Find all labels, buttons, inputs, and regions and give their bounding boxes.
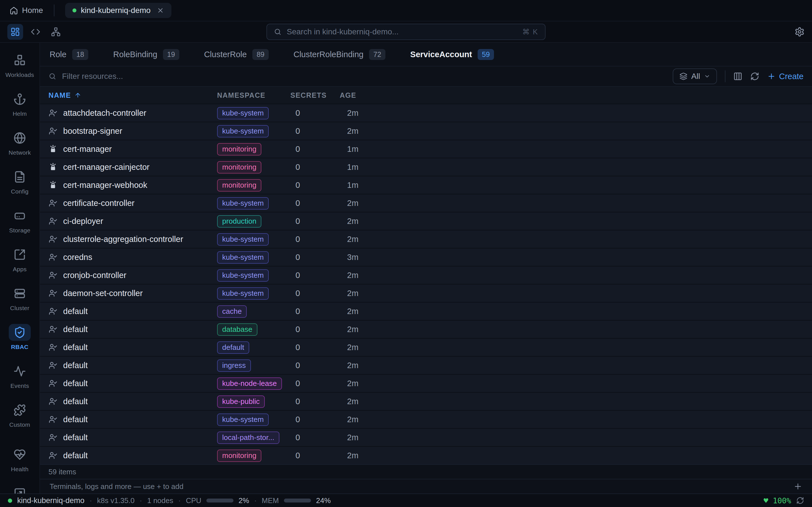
tab-clusterrolebinding[interactable]: ClusterRoleBinding72 (294, 49, 386, 60)
table-row[interactable]: cert-managermonitoring01m (40, 140, 812, 158)
table-row[interactable]: defaultkube-public02m (40, 393, 812, 411)
namespace-cell: database (217, 325, 290, 334)
table-row[interactable]: cert-manager-webhookmonitoring01m (40, 176, 812, 194)
row-name: default (63, 415, 88, 424)
secrets-value: 0 (290, 180, 340, 190)
user-check-icon (49, 289, 57, 298)
filter-input-wrap[interactable] (49, 72, 673, 81)
name-cell: default (40, 361, 217, 370)
sidebar-item-events[interactable]: Events (9, 363, 31, 389)
user-check-icon (49, 307, 57, 316)
namespace-scope-button[interactable]: All (673, 68, 717, 84)
age-value: 2m (340, 235, 812, 244)
home-button[interactable]: Home (10, 6, 43, 15)
tab-rolebinding[interactable]: RoleBinding19 (113, 49, 179, 60)
global-search[interactable]: ⌘ K (266, 24, 546, 40)
table-row[interactable]: certificate-controllerkube-system02m (40, 194, 812, 212)
table-row[interactable]: defaultmonitoring02m (40, 447, 812, 464)
filter-input[interactable] (62, 72, 673, 81)
settings-button[interactable] (795, 27, 805, 37)
global-search-input[interactable] (287, 27, 517, 36)
sync-icon[interactable] (796, 497, 804, 504)
row-name: cert-manager (63, 145, 112, 154)
create-button[interactable]: Create (767, 72, 804, 81)
secrets-value: 0 (290, 217, 340, 226)
tab-clusterrole[interactable]: ClusterRole89 (204, 49, 269, 60)
namespace-badge: production (217, 215, 261, 228)
sidebar-item-custom[interactable]: Custom (9, 402, 31, 428)
name-cell: cert-manager-cainjector (40, 163, 217, 172)
cluster-tab[interactable]: kind-kuberniq-demo (65, 3, 171, 18)
table-row[interactable]: defaultingress02m (40, 356, 812, 375)
age-value: 2m (340, 289, 812, 298)
tab-serviceaccount[interactable]: ServiceAccount59 (410, 49, 494, 60)
cpu-label: CPU (186, 496, 201, 505)
sidebar-item-storage[interactable]: Storage (9, 207, 31, 234)
sidebar-item-label: Helm (13, 110, 27, 117)
age-value: 2m (340, 271, 812, 280)
table-row[interactable]: clusterrole-aggregation-controllerkube-s… (40, 230, 812, 248)
items-count: 59 items (40, 464, 812, 479)
sidebar-item-apps[interactable]: Apps (9, 246, 31, 273)
column-header-secrets[interactable]: SECRETS (290, 91, 340, 100)
namespace-cell: monitoring (217, 451, 290, 460)
table-row[interactable]: daemon-set-controllerkube-system02m (40, 284, 812, 302)
table-row[interactable]: attachdetach-controllerkube-system02m (40, 104, 812, 122)
table-row[interactable]: defaultlocal-path-stor...02m (40, 429, 812, 447)
refresh-button[interactable] (750, 72, 759, 81)
table-row[interactable]: ci-deployerproduction02m (40, 212, 812, 230)
name-cell: coredns (40, 252, 217, 262)
mem-gauge (284, 499, 311, 503)
sidebar-item-health[interactable]: Health (9, 446, 31, 473)
sidebar-item-scaler[interactable]: Scaler (9, 485, 31, 494)
tab-count-badge: 18 (72, 49, 89, 60)
heart-pulse-icon (13, 448, 26, 461)
app-window: Home kind-kuberniq-demo ⌘ K WorkloadsH (0, 0, 812, 507)
table-row[interactable]: cert-manager-cainjectormonitoring01m (40, 158, 812, 176)
boxes-icon (13, 54, 26, 66)
age-value: 2m (340, 108, 812, 118)
sidebar-item-config[interactable]: Config (9, 168, 31, 195)
namespace-badge: kube-node-lease (217, 378, 282, 390)
sidebar-item-cluster[interactable]: Cluster (9, 285, 31, 312)
column-header-name[interactable]: NAME (40, 91, 217, 100)
row-name: cronjob-controller (63, 271, 126, 280)
namespace-cell: kube-system (217, 199, 290, 208)
table-header: NAME NAMESPACE SECRETS AGE (40, 87, 812, 104)
table-row[interactable]: defaultcache02m (40, 302, 812, 321)
sidebar-item-workloads[interactable]: Workloads (5, 52, 34, 78)
cluster-icon (13, 287, 26, 300)
sidebar-item-helm[interactable]: Helm (9, 91, 31, 117)
row-name: default (63, 361, 88, 370)
column-header-namespace[interactable]: NAMESPACE (217, 91, 290, 100)
tab-role[interactable]: Role18 (50, 49, 88, 60)
sidebar-item-network[interactable]: Network (8, 129, 31, 156)
table-row[interactable]: defaultdefault02m (40, 339, 812, 356)
table-row[interactable]: defaultdatabase02m (40, 321, 812, 339)
user-check-icon (49, 415, 57, 424)
table-row[interactable]: corednskube-system03m (40, 248, 812, 267)
sidebar-item-rbac[interactable]: RBAC (9, 324, 31, 350)
dashboard-view-button[interactable] (7, 24, 23, 40)
namespace-badge: kube-system (217, 125, 269, 137)
add-panel-button[interactable] (794, 482, 802, 491)
table-row[interactable]: defaultkube-system02m (40, 411, 812, 429)
topology-view-button[interactable] (48, 24, 64, 40)
close-icon[interactable] (157, 7, 164, 14)
secrets-value: 0 (290, 325, 340, 334)
name-cell: certificate-controller (40, 199, 217, 208)
sidebar-item-label: Events (10, 383, 29, 389)
namespace-badge: monitoring (217, 161, 261, 173)
create-label: Create (779, 72, 804, 81)
column-header-age[interactable]: AGE (340, 91, 812, 100)
table-row[interactable]: defaultkube-node-lease02m (40, 375, 812, 393)
secrets-value: 0 (290, 235, 340, 244)
column-settings-button[interactable] (733, 72, 742, 81)
secrets-value: 0 (290, 271, 340, 280)
code-view-button[interactable] (28, 24, 43, 40)
table-row[interactable]: cronjob-controllerkube-system02m (40, 267, 812, 284)
apps-icon (13, 248, 26, 261)
namespace-badge: kube-public (217, 395, 265, 408)
table-row[interactable]: bootstrap-signerkube-system02m (40, 122, 812, 140)
row-name: default (63, 451, 88, 460)
